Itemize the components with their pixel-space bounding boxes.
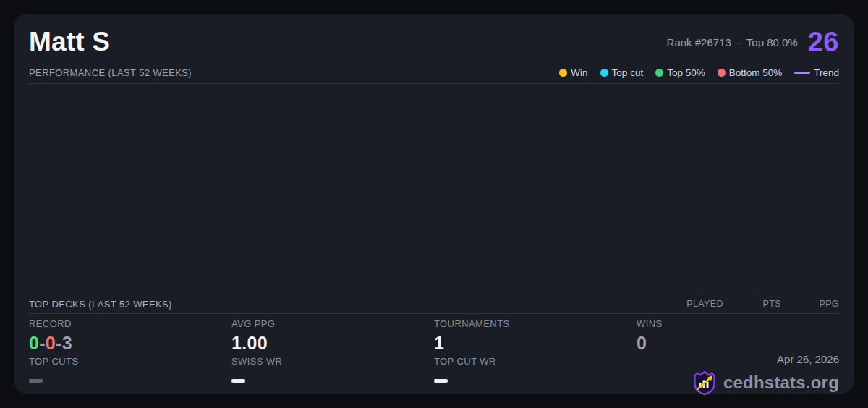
stat-label: SWISS WR (231, 356, 434, 367)
stat-top-cut-wr: TOP CUT WR (434, 356, 637, 383)
rank-separator-dot: · (737, 36, 741, 48)
stat-label: RECORD (29, 318, 231, 329)
stat-label: AVG PPG (231, 318, 434, 329)
stat-label: TOURNAMENTS (434, 318, 637, 329)
record-draws: 3 (62, 333, 72, 353)
tournaments-value: 1 (434, 333, 637, 354)
top50-dot-icon (655, 69, 663, 77)
stat-avg-ppg: AVG PPG 1.00 (231, 318, 434, 354)
header-right: Rank #26713 · Top 80.0% 26 (667, 27, 839, 58)
column-header-played: PLAYED (665, 299, 723, 309)
rank-label: Rank #26713 (667, 36, 731, 48)
player-name: Matt S (29, 27, 110, 57)
swiss-wr-empty-dash (231, 379, 245, 383)
top-percent-label: Top 80.0% (746, 36, 798, 48)
record-value: 0-0-3 (29, 333, 231, 354)
legend-label: Bottom 50% (729, 67, 783, 78)
legend-label: Trend (814, 67, 839, 78)
stat-wins: WINS 0 (637, 318, 839, 354)
legend-label: Top cut (612, 67, 644, 78)
performance-chart-area (29, 84, 839, 294)
footer-branding: Apr 26, 2026 cedhstats.org (637, 353, 839, 396)
record-sep: - (39, 333, 46, 353)
bottom50-dot-icon (718, 69, 726, 77)
top-cut-wr-empty-dash (434, 379, 448, 383)
top-decks-columns: PLAYED PTS PPG (665, 299, 839, 309)
legend-label: Win (571, 67, 587, 78)
score-value: 26 (808, 27, 839, 58)
record-losses: 0 (46, 333, 56, 353)
stat-record: RECORD 0-0-3 (29, 318, 231, 354)
trend-line-icon (794, 72, 810, 74)
rank-line: Rank #26713 · Top 80.0% (667, 36, 798, 48)
performance-header-row: PERFORMANCE (LAST 52 WEEKS) Win Top cut … (29, 61, 839, 83)
stat-swiss-wr: SWISS WR (231, 356, 434, 383)
legend-label: Top 50% (667, 67, 705, 78)
legend-item-trend: Trend (794, 67, 839, 78)
stat-label: WINS (637, 318, 839, 329)
legend-item-top-cut: Top cut (600, 67, 644, 78)
brand-name: cedhstats.org (723, 373, 839, 393)
record-sep: - (56, 333, 62, 353)
column-header-ppg: PPG (781, 299, 839, 309)
legend-item-top50: Top 50% (655, 67, 705, 78)
stat-tournaments: TOURNAMENTS 1 (434, 318, 637, 354)
brand-row[interactable]: cedhstats.org (692, 370, 839, 396)
stat-label: TOP CUT WR (434, 356, 637, 367)
wins-value: 0 (637, 333, 839, 354)
record-wins: 0 (29, 333, 39, 353)
legend-item-bottom50: Bottom 50% (718, 67, 783, 78)
avg-ppg-value: 1.00 (231, 333, 434, 354)
top-cut-dot-icon (600, 69, 608, 77)
chart-legend: Win Top cut Top 50% Bottom 50% Trend (559, 67, 839, 78)
card-header: Matt S Rank #26713 · Top 80.0% 26 (29, 23, 839, 61)
stat-label: TOP CUTS (29, 356, 231, 367)
cedhstats-shield-logo-icon (692, 370, 718, 396)
generated-date: Apr 26, 2026 (777, 353, 839, 365)
performance-section-title: PERFORMANCE (LAST 52 WEEKS) (29, 67, 192, 78)
top-decks-section-title: TOP DECKS (LAST 52 WEEKS) (29, 299, 172, 310)
top-decks-header-row: TOP DECKS (LAST 52 WEEKS) PLAYED PTS PPG (29, 294, 839, 314)
player-stats-card: Matt S Rank #26713 · Top 80.0% 26 PERFOR… (14, 14, 854, 394)
win-dot-icon (559, 69, 567, 77)
stat-top-cuts: TOP CUTS (29, 356, 231, 383)
legend-item-win: Win (559, 67, 587, 78)
top-cuts-empty-dash (29, 379, 43, 383)
column-header-pts: PTS (723, 299, 781, 309)
